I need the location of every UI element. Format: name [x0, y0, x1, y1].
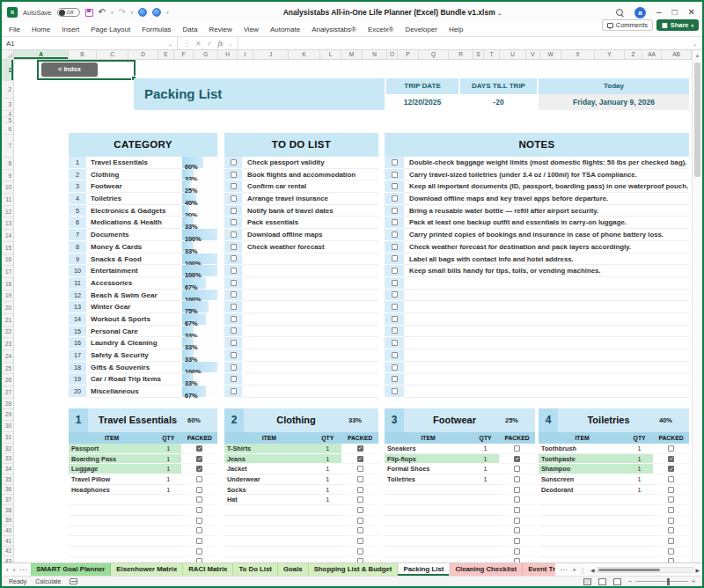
row-header[interactable]: 5 [2, 117, 13, 123]
category-row[interactable]: 2 Clothing 33% [69, 169, 217, 181]
checkbox[interactable] [514, 487, 520, 493]
item-row[interactable]: Boarding Pass 1 [69, 454, 217, 465]
row-header[interactable]: 28 [2, 399, 13, 409]
checkbox[interactable] [196, 527, 202, 533]
todo-row[interactable] [224, 386, 378, 398]
sheet-tab[interactable]: Eisenhower Matrix [111, 563, 183, 576]
todo-row[interactable]: Pack essentials [224, 217, 378, 229]
checkbox[interactable] [231, 183, 237, 189]
category-row[interactable]: 20 Miscellaneous 67% [69, 386, 217, 398]
checkbox[interactable] [231, 316, 237, 322]
category-row[interactable]: 7 Documents 100% [69, 229, 217, 241]
checkbox[interactable] [357, 527, 363, 533]
checkbox[interactable] [514, 548, 520, 555]
checkbox[interactable] [231, 244, 237, 250]
row-header[interactable]: 12 [2, 206, 13, 218]
column-header[interactable]: Y [595, 50, 625, 59]
checkbox[interactable] [231, 159, 237, 165]
column-header[interactable]: G [194, 50, 218, 59]
note-row[interactable] [385, 326, 689, 338]
category-row[interactable]: 12 Beach & Swim Gear 100% [69, 290, 217, 302]
category-row[interactable]: 6 Medications & Health 33% [69, 217, 217, 229]
item-row[interactable] [539, 557, 689, 562]
zoom-slider[interactable] [635, 581, 688, 582]
column-header[interactable]: C [97, 50, 128, 59]
row-header[interactable]: 16 [2, 254, 13, 267]
checkbox[interactable] [392, 376, 398, 382]
row-header[interactable]: 31 [2, 432, 13, 444]
row-header[interactable]: 1 [2, 60, 13, 81]
select-all-corner[interactable] [2, 50, 14, 60]
horizontal-scroll-thumb[interactable] [598, 569, 660, 571]
category-row[interactable]: 13 Winter Gear 75% [69, 301, 217, 313]
checkbox[interactable] [392, 208, 398, 214]
maximize-button[interactable]: □ [672, 7, 678, 18]
column-header[interactable]: K [289, 50, 320, 59]
redo-dropdown-icon[interactable]: ▾ [131, 10, 134, 15]
column-header[interactable]: F [174, 50, 194, 59]
checkbox[interactable] [668, 548, 674, 555]
checkbox[interactable] [392, 219, 398, 225]
row-header[interactable]: 32 [2, 444, 13, 454]
note-row[interactable] [385, 290, 689, 302]
category-row[interactable]: 10 Entertainment 100% [69, 265, 217, 277]
checkbox[interactable] [196, 456, 202, 462]
item-row[interactable]: Jeans 1 [224, 454, 378, 465]
checkbox[interactable] [514, 518, 520, 524]
row-header[interactable]: 36 [2, 485, 13, 496]
todo-row[interactable] [224, 326, 378, 338]
sheet-canvas[interactable]: < Index Packing List TRIP DATE 12/20/202… [14, 60, 692, 562]
save-icon[interactable] [85, 9, 93, 17]
ribbon-tab[interactable]: Page Layout [91, 26, 130, 33]
item-row[interactable] [69, 547, 217, 557]
zoom-slider-thumb[interactable] [667, 578, 670, 585]
todo-row[interactable] [224, 373, 378, 386]
item-row[interactable] [224, 536, 378, 547]
namebox-dropdown-icon[interactable]: ⌄ [168, 40, 172, 47]
item-row[interactable]: Formal Shoes 1 [385, 464, 535, 474]
item-row[interactable]: Travel Pillow 1 [69, 474, 217, 485]
ribbon-tab[interactable]: Review [209, 26, 231, 33]
item-row[interactable]: Flip-flops 1 [385, 454, 535, 465]
item-row[interactable] [539, 505, 689, 516]
todo-row[interactable]: Check passport validity [224, 157, 378, 169]
checkbox[interactable] [231, 376, 237, 382]
item-row[interactable] [385, 526, 535, 537]
sheet-tab[interactable]: RACI Matrix [183, 563, 233, 576]
ribbon-tab[interactable]: Analysistabs® [312, 26, 356, 33]
checkbox[interactable] [357, 466, 363, 472]
column-header[interactable]: L [320, 50, 341, 59]
category-row[interactable]: 19 Car / Road Trip Items 33% [69, 373, 217, 386]
checkbox[interactable] [392, 340, 398, 346]
category-row[interactable]: 8 Money & Cards 33% [69, 241, 217, 254]
checkbox[interactable] [514, 445, 520, 452]
column-header[interactable]: M [341, 50, 363, 59]
todo-row[interactable]: Confirm car rental [224, 180, 378, 193]
checkbox[interactable] [231, 304, 237, 310]
ribbon-tab[interactable]: Help [449, 26, 463, 33]
column-header[interactable]: S [473, 50, 484, 59]
vertical-scrollbar[interactable]: ▲ [692, 50, 702, 562]
item-row[interactable] [224, 505, 378, 516]
checkbox[interactable] [196, 518, 202, 524]
checkbox[interactable] [196, 507, 202, 513]
item-row[interactable]: Shampoo 1 [539, 464, 689, 474]
checkbox[interactable] [668, 456, 674, 462]
checkbox[interactable] [196, 445, 202, 452]
todo-row[interactable] [224, 349, 378, 362]
workbook-title[interactable]: Analysistabs All-in-One Life Planner (Ex… [169, 8, 616, 17]
category-row[interactable]: 14 Workout & Sports 67% [69, 313, 217, 326]
checkbox[interactable] [357, 518, 363, 524]
item-row[interactable] [539, 547, 689, 557]
todo-row[interactable] [224, 265, 378, 277]
item-row[interactable] [385, 547, 535, 557]
row-header[interactable]: 42 [2, 547, 13, 557]
checkbox[interactable] [231, 388, 237, 394]
row-header[interactable]: 10 [2, 181, 13, 194]
checkbox[interactable] [231, 291, 237, 298]
ribbon-tab[interactable]: Excelx® [368, 26, 393, 33]
column-header[interactable]: Q [419, 50, 449, 59]
checkbox[interactable] [668, 518, 674, 524]
more-sheets-right-icon[interactable]: ⋯ [560, 566, 567, 574]
category-row[interactable]: 5 Electronics & Gadgets 20% [69, 205, 217, 217]
